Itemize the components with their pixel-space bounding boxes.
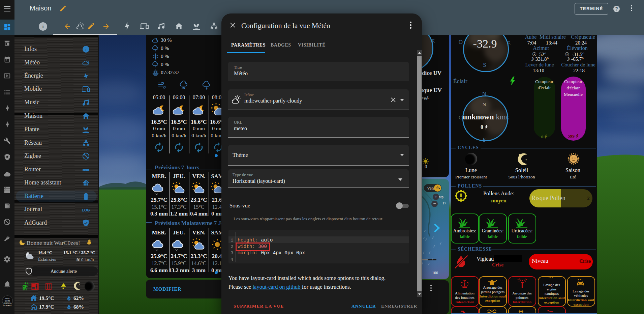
svg-text:LOG: LOG <box>82 208 90 212</box>
